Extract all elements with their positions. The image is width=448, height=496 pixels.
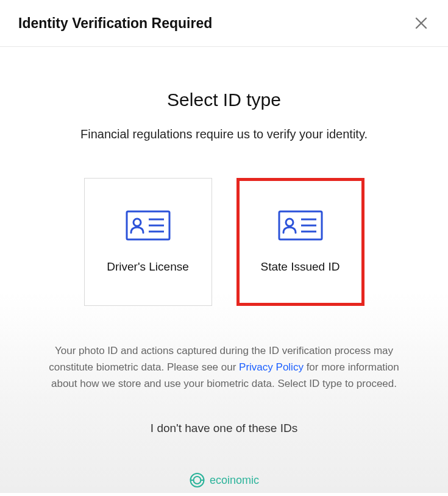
no-id-link[interactable]: I don't have one of these IDs [37,422,411,435]
privacy-policy-link[interactable]: Privacy Policy [239,361,304,373]
modal-header: Identity Verification Required [0,0,448,47]
modal-title: Identity Verification Required [18,15,212,32]
id-option-state-issued[interactable]: State Issued ID [236,178,364,306]
close-button[interactable] [413,15,430,32]
svg-point-3 [133,219,141,226]
id-card-icon [126,210,171,241]
svg-point-13 [193,477,201,484]
close-icon [414,16,428,30]
svg-point-8 [286,219,293,226]
brand-logo-icon [189,472,205,488]
id-type-options: Driver's License State Issued ID [37,178,411,306]
brand-name: ecoinomic [210,474,259,487]
id-option-drivers-license[interactable]: Driver's License [84,178,212,306]
page-subtitle: Financial regulations require us to veri… [37,127,411,141]
footer-brand: ecoinomic [189,472,259,488]
page-title: Select ID type [37,90,411,110]
id-option-label: State Issued ID [261,260,340,274]
modal-content: Select ID type Financial regulations req… [0,47,448,493]
id-card-icon [278,210,323,241]
id-option-label: Driver's License [107,260,189,274]
biometric-disclaimer: Your photo ID and actions captured durin… [37,342,411,392]
